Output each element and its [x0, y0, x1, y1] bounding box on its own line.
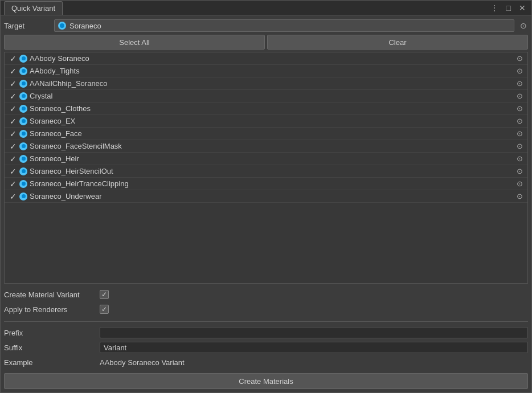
list-item-icon: [19, 180, 27, 188]
title-tab: Quick Variant: [4, 1, 63, 15]
suffix-input[interactable]: [100, 342, 528, 353]
list-item-icon: [19, 67, 27, 75]
target-end-icon[interactable]: ⊙: [519, 21, 528, 30]
create-material-variant-row: Create Material Variant ✓: [4, 288, 528, 301]
create-material-variant-checkbox[interactable]: ✓: [100, 290, 109, 299]
list-item-check-col: ✓: [7, 104, 19, 113]
list-item[interactable]: ✓Soraneco_FaceStencilMask⊙: [5, 140, 527, 153]
list-item-checkmark: ✓: [10, 142, 17, 151]
list-item-end-icon[interactable]: ⊙: [514, 142, 525, 150]
maximize-icon[interactable]: □: [504, 3, 513, 13]
list-item-check-col: ✓: [7, 79, 19, 88]
divider: [4, 321, 528, 322]
example-value: AAbody Soraneco Variant: [100, 358, 528, 367]
list-item-end-icon[interactable]: ⊙: [514, 129, 525, 138]
create-material-variant-label: Create Material Variant: [4, 290, 95, 299]
list-item[interactable]: ✓Soraneco_HeirStencilOut⊙: [5, 165, 527, 178]
list-item-icon: [19, 193, 27, 200]
list-item-check-col: ✓: [7, 129, 19, 138]
target-value-field[interactable]: Soraneco: [54, 19, 514, 32]
target-label: Target: [4, 22, 50, 30]
suffix-row: Suffix: [4, 341, 528, 354]
fields-section: Prefix Suffix Example AAbody Soraneco Va…: [4, 325, 528, 370]
list-item-icon: [19, 117, 27, 125]
list-item-name: Soraneco_EX: [30, 117, 514, 125]
list-item-icon: [19, 142, 27, 150]
example-row: Example AAbody Soraneco Variant: [4, 356, 528, 369]
list-item-check-col: ✓: [7, 67, 19, 76]
list-item-end-icon[interactable]: ⊙: [514, 154, 525, 163]
list-item[interactable]: ✓Soraneco_Underwear⊙: [5, 190, 527, 203]
list-item-name: AANailChhip_Soraneco: [30, 79, 514, 88]
title-bar: Quick Variant ⋮ □ ✕: [1, 1, 531, 15]
content-area: Target Soraneco ⊙ Select All Clear ✓AAbo…: [1, 15, 531, 392]
list-item-end-icon[interactable]: ⊙: [514, 167, 525, 175]
list-item[interactable]: ✓AAbody_Tights⊙: [5, 65, 527, 77]
quick-variant-window: Quick Variant ⋮ □ ✕ Target Soraneco ⊙ Se…: [0, 0, 532, 393]
list-item-check-col: ✓: [7, 154, 19, 163]
example-label: Example: [4, 358, 95, 367]
list-item-checkmark: ✓: [10, 117, 17, 126]
list-item-end-icon[interactable]: ⊙: [514, 92, 525, 100]
menu-icon[interactable]: ⋮: [488, 3, 501, 13]
list-item-icon: [19, 55, 27, 63]
apply-to-renderers-check-icon: ✓: [101, 306, 107, 313]
apply-to-renderers-checkbox[interactable]: ✓: [100, 305, 109, 314]
create-material-variant-check-icon: ✓: [101, 291, 107, 298]
list-item-end-icon[interactable]: ⊙: [514, 67, 525, 75]
list-item-end-icon[interactable]: ⊙: [514, 117, 525, 125]
target-row: Target Soraneco ⊙: [4, 19, 528, 32]
list-item-checkmark: ✓: [10, 54, 17, 63]
list-item[interactable]: ✓AAbody Soraneco⊙: [5, 52, 527, 65]
list-item-check-col: ✓: [7, 167, 19, 176]
list-item-icon: [19, 155, 27, 163]
prefix-input[interactable]: [100, 327, 528, 338]
list-item-name: AAbody_Tights: [30, 67, 514, 75]
list-item[interactable]: ✓Soraneco_EX⊙: [5, 115, 527, 128]
apply-to-renderers-label: Apply to Renderers: [4, 305, 95, 314]
apply-to-renderers-row: Apply to Renderers ✓: [4, 303, 528, 316]
list-item-name: Soraneco_Heir: [30, 154, 514, 163]
options-section: Create Material Variant ✓ Apply to Rende…: [4, 286, 528, 318]
create-materials-button[interactable]: Create Materials: [4, 373, 528, 389]
list-item-end-icon[interactable]: ⊙: [514, 179, 525, 188]
list-item-checkmark: ✓: [10, 129, 17, 138]
list-item-icon: [19, 80, 27, 88]
list-item-name: Soraneco_HeirTranceClipping: [30, 179, 514, 188]
list-item-icon: [19, 167, 27, 175]
close-icon[interactable]: ✕: [517, 3, 528, 13]
list-item-name: Soraneco_Underwear: [30, 192, 514, 200]
target-name: Soraneco: [69, 22, 101, 30]
list-item-check-col: ✓: [7, 117, 19, 126]
title-bar-left: Quick Variant: [4, 1, 63, 15]
list-item-checkmark: ✓: [10, 154, 17, 163]
list-item-check-col: ✓: [7, 179, 19, 189]
suffix-label: Suffix: [4, 343, 95, 352]
list-item[interactable]: ✓Soraneco_Heir⊙: [5, 153, 527, 165]
list-item-name: Soraneco_Clothes: [30, 104, 514, 113]
clear-button[interactable]: Clear: [267, 35, 528, 50]
list-item-check-col: ✓: [7, 54, 19, 63]
list-item-check-col: ✓: [7, 92, 19, 101]
list-item-end-icon[interactable]: ⊙: [514, 192, 525, 200]
list-item-checkmark: ✓: [10, 92, 17, 101]
list-item-name: Crystal: [30, 92, 514, 100]
buttons-row: Select All Clear: [4, 35, 528, 50]
list-item-end-icon[interactable]: ⊙: [514, 79, 525, 88]
list-item[interactable]: ✓Crystal⊙: [5, 90, 527, 103]
list-item-end-icon[interactable]: ⊙: [514, 104, 525, 113]
list-item-checkmark: ✓: [10, 104, 17, 113]
list-item-icon: [19, 130, 27, 138]
list-item-name: Soraneco_FaceStencilMask: [30, 142, 514, 150]
list-item-end-icon[interactable]: ⊙: [514, 54, 525, 63]
list-item-check-col: ✓: [7, 192, 19, 201]
list-item[interactable]: ✓Soraneco_Face⊙: [5, 128, 527, 140]
list-item[interactable]: ✓AANailChhip_Soraneco⊙: [5, 77, 527, 90]
list-item-checkmark: ✓: [10, 167, 17, 176]
select-all-button[interactable]: Select All: [4, 35, 265, 50]
list-item-checkmark: ✓: [10, 179, 17, 189]
prefix-row: Prefix: [4, 326, 528, 339]
list-item[interactable]: ✓Soraneco_HeirTranceClipping⊙: [5, 178, 527, 190]
list-item[interactable]: ✓Soraneco_Clothes⊙: [5, 103, 527, 115]
list-item-name: Soraneco_HeirStencilOut: [30, 167, 514, 175]
